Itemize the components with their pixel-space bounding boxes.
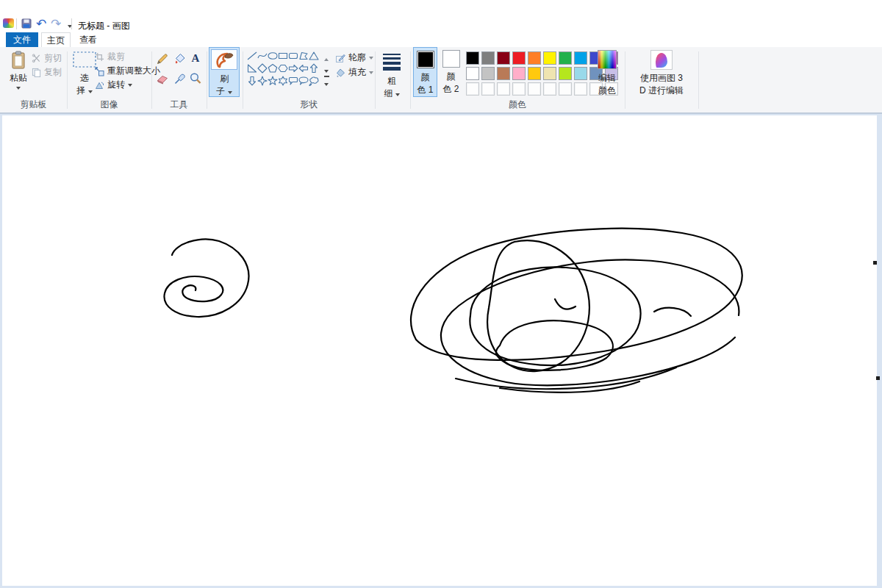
app-icon[interactable] [3, 18, 14, 28]
save-button[interactable] [20, 17, 33, 30]
redo-button[interactable]: ↷ [49, 17, 62, 30]
shape-pentagon[interactable] [268, 62, 278, 74]
paint3d-icon [656, 53, 667, 68]
chevron-up-icon [324, 58, 329, 61]
undo-icon: ↶ [36, 18, 46, 30]
shapes-grid [247, 50, 320, 87]
paint3d-button[interactable]: 使用画图 3 D 进行编辑 [626, 47, 697, 97]
shape-line[interactable] [247, 50, 257, 61]
palette-swatch-empty[interactable] [543, 82, 556, 96]
canvas-resize-handle-right[interactable] [873, 261, 877, 265]
palette-swatch[interactable] [466, 51, 479, 65]
palette-swatch-empty[interactable] [466, 82, 479, 96]
eraser-icon [156, 72, 169, 85]
scribble-stroke [555, 299, 576, 309]
brush-icon [214, 50, 234, 69]
shape-curve[interactable] [257, 50, 268, 61]
color-picker-tool-button[interactable] [173, 72, 187, 85]
shape-star-6[interactable] [278, 75, 288, 86]
shape-star-5[interactable] [268, 75, 278, 86]
shape-callout-cloud[interactable] [309, 75, 319, 86]
palette-swatch[interactable] [543, 67, 556, 80]
palette-swatch[interactable] [512, 51, 526, 65]
drawing-canvas[interactable] [2, 115, 877, 586]
shapes-scroll-down-button[interactable] [322, 65, 331, 75]
shapes-more-button[interactable] [322, 76, 331, 88]
palette-swatch[interactable] [559, 51, 572, 65]
palette-swatch-empty[interactable] [574, 82, 587, 96]
canvas-resize-handle-right-2[interactable] [876, 376, 880, 380]
palette-swatch[interactable] [574, 67, 587, 80]
palette-swatch[interactable] [466, 67, 479, 80]
image-group-label: 图像 [67, 98, 151, 111]
chevron-down-icon [128, 84, 132, 87]
eraser-tool-button[interactable] [156, 72, 169, 85]
shape-callout-oval[interactable] [298, 75, 309, 86]
shape-diamond[interactable] [257, 62, 268, 74]
colors-group-label: 颜色 [410, 98, 625, 111]
brushes-button[interactable]: 刷 子 [209, 47, 240, 97]
qat-customize-button[interactable] [63, 20, 76, 33]
edit-colors-label-1: 编辑 [598, 72, 616, 85]
palette-swatch[interactable] [481, 51, 495, 65]
shape-polygon[interactable] [298, 50, 309, 61]
rotate-label: 旋转 [107, 79, 125, 91]
palette-swatch[interactable] [574, 51, 587, 65]
tab-view[interactable]: 查看 [74, 32, 103, 47]
shape-hexagon[interactable] [278, 62, 288, 74]
palette-swatch[interactable] [528, 67, 541, 80]
size-button[interactable]: 粗 细 [378, 47, 406, 97]
divider [71, 18, 72, 29]
fill-tool-button[interactable] [173, 52, 187, 65]
shape-rounded-rectangle[interactable] [288, 50, 298, 61]
window-title: 无标题 - 画图 [78, 20, 130, 32]
palette-swatch[interactable] [528, 51, 541, 65]
cut-button[interactable]: 剪切 [32, 52, 62, 65]
resize-icon [94, 66, 104, 76]
magnifier-tool-button[interactable] [189, 72, 202, 85]
undo-button[interactable]: ↶ [35, 17, 48, 30]
tab-home[interactable]: 主页 [41, 32, 71, 47]
edit-colors-button[interactable]: 编辑 颜色 [592, 47, 622, 97]
color2-button[interactable]: 颜 色 2 [439, 47, 463, 97]
palette-swatch-empty[interactable] [528, 82, 541, 96]
pencil-tool-button[interactable] [156, 52, 169, 65]
shape-arrow-left[interactable] [298, 62, 309, 74]
crop-button[interactable]: 裁剪 [95, 51, 125, 63]
palette-swatch-empty[interactable] [481, 82, 495, 96]
palette-swatch[interactable] [481, 67, 495, 80]
palette-swatch-empty[interactable] [497, 82, 510, 96]
paste-button[interactable]: 粘贴 [6, 49, 31, 97]
color1-label-1: 颜 [421, 71, 430, 84]
paint-window: ↶ ↷ 无标题 - 画图 文件 主页 查看 粘 [0, 0, 882, 588]
palette-swatch-empty[interactable] [559, 82, 572, 96]
magnifier-icon [189, 72, 202, 85]
shape-ellipse[interactable] [268, 50, 278, 61]
tab-file[interactable]: 文件 [6, 32, 38, 47]
resize-button[interactable]: 重新调整大小 [94, 65, 160, 77]
palette-swatch[interactable] [559, 67, 572, 80]
shape-fill-button[interactable]: 填充 [335, 66, 373, 79]
shape-right-triangle[interactable] [247, 62, 257, 74]
shape-callout-rounded[interactable] [288, 75, 298, 86]
color1-button[interactable]: 颜 色 1 [413, 47, 437, 97]
shape-outline-button[interactable]: 轮廓 [335, 51, 373, 64]
shape-arrow-right[interactable] [288, 62, 298, 74]
shape-arrow-down[interactable] [247, 75, 257, 86]
shape-rectangle[interactable] [278, 50, 288, 61]
shape-triangle[interactable] [309, 50, 319, 61]
shapes-scroll-up-button[interactable] [322, 53, 331, 63]
shape-star-4[interactable] [257, 75, 268, 86]
copy-button[interactable]: 复制 [32, 66, 62, 79]
palette-swatch[interactable] [497, 51, 510, 65]
palette-swatch[interactable] [497, 67, 510, 80]
text-tool-button[interactable]: A [189, 51, 202, 65]
chevron-down-icon [16, 87, 21, 90]
scribble-stroke [496, 320, 613, 370]
rotate-button[interactable]: 旋转 [94, 79, 132, 91]
palette-swatch[interactable] [543, 51, 556, 65]
palette-swatch[interactable] [512, 67, 526, 80]
scribble-stroke [164, 239, 248, 317]
shape-arrow-up[interactable] [309, 62, 319, 74]
palette-swatch-empty[interactable] [512, 82, 526, 96]
